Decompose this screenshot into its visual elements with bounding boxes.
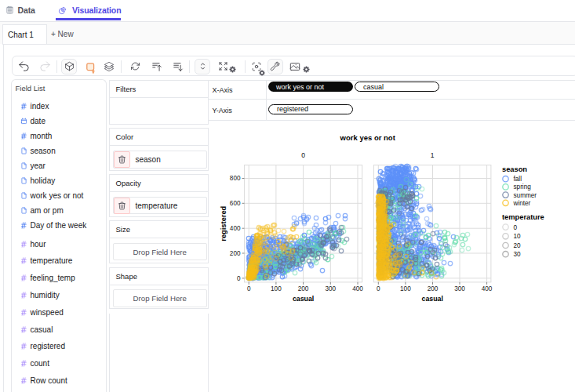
svg-text:100: 100 xyxy=(271,285,282,292)
svg-text:0: 0 xyxy=(301,151,305,159)
svg-text:1: 1 xyxy=(431,151,435,159)
svg-text:300: 300 xyxy=(325,285,336,292)
svg-text:400: 400 xyxy=(352,285,363,292)
svg-text:casual: casual xyxy=(422,295,443,303)
svg-text:registered: registered xyxy=(220,205,228,241)
svg-text:100: 100 xyxy=(400,285,411,292)
svg-text:400: 400 xyxy=(230,225,241,232)
svg-text:0: 0 xyxy=(514,224,518,231)
svg-text:200: 200 xyxy=(428,285,439,292)
svg-text:20: 20 xyxy=(514,242,522,249)
svg-text:temperature: temperature xyxy=(502,213,544,221)
svg-text:0: 0 xyxy=(237,275,241,282)
svg-text:season: season xyxy=(502,165,527,173)
svg-text:work yes or not: work yes or not xyxy=(340,133,396,142)
svg-text:200: 200 xyxy=(230,250,241,257)
svg-text:400: 400 xyxy=(482,285,493,292)
svg-text:winter: winter xyxy=(513,200,531,207)
svg-text:600: 600 xyxy=(230,200,241,207)
svg-text:800: 800 xyxy=(230,175,241,182)
svg-text:0: 0 xyxy=(247,285,251,292)
svg-text:spring: spring xyxy=(514,183,532,191)
svg-text:10: 10 xyxy=(514,233,522,240)
svg-text:fall: fall xyxy=(514,176,522,183)
svg-text:30: 30 xyxy=(514,251,522,258)
svg-text:200: 200 xyxy=(298,285,309,292)
svg-text:casual: casual xyxy=(293,295,314,303)
svg-text:0: 0 xyxy=(377,285,380,292)
svg-text:summer: summer xyxy=(514,192,537,199)
svg-text:300: 300 xyxy=(454,285,465,292)
